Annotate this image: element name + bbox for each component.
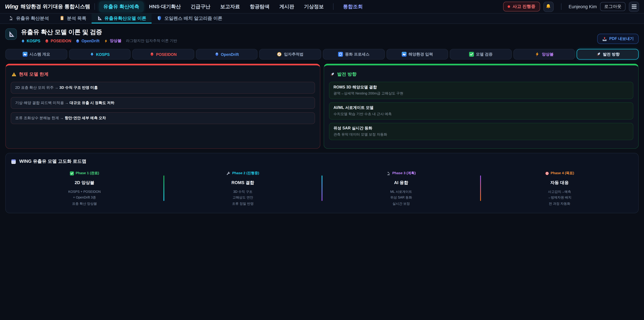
calendar-icon xyxy=(11,158,16,164)
target-icon xyxy=(545,171,549,175)
clipboard-icon xyxy=(60,16,64,21)
warning-icon xyxy=(12,72,16,77)
app-title: 해양환경 위기대응 통합시스템 xyxy=(21,3,90,10)
tab-oil-fence-algorithm[interactable]: 오일펜스 배치 알고리즘 이론 xyxy=(152,14,228,24)
check-icon xyxy=(469,52,474,57)
nav-item-aerial-search[interactable]: 항공탐색 xyxy=(245,1,274,12)
red-circle-icon xyxy=(150,52,154,56)
topbar-right: 사고 진행중 Eunjeong Kim 로그아웃 xyxy=(503,2,639,12)
badge-poseidon: POSEIDON xyxy=(45,39,71,43)
top-bar: Wing 해양환경 위기대응 통합시스템 유출유 확산예측 HNS·대기확산 긴… xyxy=(0,0,644,14)
roadmap-phase-1: Phase 1 (완료) 2D 앙상블 KOSPS + POSEIDON + O… xyxy=(6,170,163,207)
blue-circle-icon xyxy=(76,39,80,43)
microscope-icon xyxy=(8,16,14,21)
wave-icon xyxy=(22,52,27,57)
wrench-icon xyxy=(226,171,230,175)
divider xyxy=(94,3,94,10)
microscope-icon xyxy=(386,171,390,175)
export-icon xyxy=(602,37,607,41)
page-icon-tile xyxy=(5,28,17,40)
roadmap-phase-2: Phase 2 (진행중) ROMS 결합 3D 수직 구조 고해상도 연안 조… xyxy=(164,170,322,207)
hamburger-icon xyxy=(632,4,636,9)
badge-ensemble: 앙상블 xyxy=(104,38,122,44)
header-note: 라그랑지안 입자추적 이론 기반 xyxy=(126,38,177,44)
logout-button[interactable]: 로그아웃 xyxy=(600,2,626,11)
page-head-text: 유출유 확산 모델 이론 및 검증 KOSPS POSEIDON OpenDri… xyxy=(21,28,177,44)
roadmap-phases: Phase 1 (완료) 2D 앙상블 KOSPS + POSEIDON + O… xyxy=(6,170,638,207)
main-content: 유출유 확산 모델 이론 및 검증 KOSPS POSEIDON OpenDri… xyxy=(0,28,644,213)
chip-model-validation[interactable]: 모델 검증 xyxy=(450,49,512,60)
rocket-icon xyxy=(330,72,335,77)
nav-item-weather-info[interactable]: 기상정보 xyxy=(300,1,328,12)
chip-system-overview[interactable]: 시스템 개요 xyxy=(5,49,67,60)
roadmap-panel: WING 유출유 모델 고도화 로드맵 Phase 1 (완료) 2D 앙상블 … xyxy=(5,153,639,213)
phase-3-tag: Phase 3 (계획) xyxy=(386,171,416,176)
blue-circle-icon xyxy=(215,52,219,56)
limitation-item: 기상·해양 결합 피드백 미적용 → 대규모 유출 시 정확도 저하 xyxy=(11,97,315,109)
nav-item-board[interactable]: 게시판 xyxy=(275,1,299,12)
tab-spill-analysis[interactable]: 유출유 확산분석 xyxy=(3,14,54,24)
nav-item-oil-spill-prediction[interactable]: 유출유 확산예측 xyxy=(99,1,144,12)
section-chip-row: 시스템 개요 KOSPS POSEIDON OpenDrift 입자추적법 풍화… xyxy=(5,49,639,60)
main-nav: 유출유 확산예측 HNS·대기확산 긴급구난 보고자료 항공탐색 게시판 기상정… xyxy=(99,1,367,12)
chip-opendrift[interactable]: OpenDrift xyxy=(196,49,258,60)
tab-analysis-list[interactable]: 분석 목록 xyxy=(54,14,92,24)
chip-weathering-process[interactable]: 풍화 프로세스 xyxy=(323,49,385,60)
nav-item-hns-air-dispersion[interactable]: HNS·대기확산 xyxy=(144,1,185,12)
cycle-icon xyxy=(338,52,343,57)
brand: Wing 해양환경 위기대응 통합시스템 xyxy=(5,3,90,10)
page-title: 유출유 확산 모델 이론 및 검증 xyxy=(21,28,177,36)
lightning-icon xyxy=(535,52,540,57)
chip-particle-tracking[interactable]: 입자추적법 xyxy=(259,49,321,60)
diamond-icon xyxy=(90,52,94,56)
divider xyxy=(333,3,334,10)
phase-4-tag: Phase 4 (목표) xyxy=(545,171,574,176)
future-item: 위성 SAR 실시간 동화 관측 유막 데이터 모델 보정 자동화 xyxy=(329,123,634,140)
nav-item-reports[interactable]: 보고자료 xyxy=(216,1,244,12)
roadmap-phase-4: Phase 4 (목표) 자동 대응 사고감지→예측 →방제자원 배치 전 과정… xyxy=(481,170,638,207)
notifications-button[interactable] xyxy=(543,2,554,12)
app-root: Wing 해양환경 위기대응 통합시스템 유출유 확산예측 HNS·대기확산 긴… xyxy=(0,0,644,320)
current-limitations-panel: 현재 모델 한계 2D 표층 확산 모의 위주 → 3D 수직 구조 반영 미흡… xyxy=(5,64,320,149)
chip-poseidon[interactable]: POSEIDON xyxy=(132,49,194,60)
nav-item-integrated-search[interactable]: 통합조회 xyxy=(338,1,367,12)
model-badge-row: KOSPS POSEIDON OpenDrift 앙상블 라그랑지안 입자추 xyxy=(21,38,177,44)
red-dot-icon xyxy=(508,5,510,8)
badge-kosps: KOSPS xyxy=(21,39,40,43)
wing-logo: Wing xyxy=(5,3,18,10)
tab-model-theory[interactable]: 유출유확산모델 이론 xyxy=(92,14,152,24)
triangle-ruler-icon xyxy=(8,31,14,38)
chip-future-direction[interactable]: 발전 방향 xyxy=(577,49,639,60)
roadmap-phase-3: Phase 3 (계획) AI 융합 ML 서로게이트 위성 SAR 동화 실시… xyxy=(322,170,480,207)
lightning-icon xyxy=(104,39,108,43)
future-title: 발전 방향 xyxy=(330,71,634,77)
triangle-ruler-icon xyxy=(97,16,102,21)
check-icon xyxy=(70,171,74,175)
page-header: 유출유 확산 모델 이론 및 검증 KOSPS POSEIDON OpenDri… xyxy=(5,28,639,44)
user-name: Eunjeong Kim xyxy=(569,4,597,9)
pdf-export-button[interactable]: PDF 내보내기 xyxy=(598,34,639,44)
diamond-icon xyxy=(21,39,25,43)
badge-opendrift: OpenDrift xyxy=(76,39,100,43)
incident-status-badge[interactable]: 사고 진행중 xyxy=(503,2,540,12)
divider xyxy=(561,3,561,10)
menu-button[interactable] xyxy=(629,2,639,12)
bell-icon xyxy=(546,4,551,10)
limitation-item: 2D 표층 확산 모의 위주 → 3D 수직 구조 반영 미흡 xyxy=(11,82,315,94)
compass-icon xyxy=(277,52,282,57)
red-circle-icon xyxy=(45,39,49,43)
chip-ocean-env-input[interactable]: 해양환경 입력 xyxy=(386,49,448,60)
phase-1-tag: Phase 1 (완료) xyxy=(70,171,99,176)
chip-ensemble[interactable]: 앙상블 xyxy=(513,49,575,60)
chip-kosps[interactable]: KOSPS xyxy=(69,49,131,60)
phase-2-tag: Phase 2 (진행중) xyxy=(226,171,259,176)
panel-row: 현재 모델 한계 2D 표층 확산 모의 위주 → 3D 수직 구조 반영 미흡… xyxy=(5,64,639,149)
wave-icon xyxy=(402,52,406,57)
limitations-title: 현재 모델 한계 xyxy=(12,71,315,77)
future-item: AI/ML 서로게이트 모델 수치모델 학습 기반 수초 내 근사 예측 xyxy=(329,102,634,120)
limitation-item: 조류 조화상수 분해능 한계 → 항만·연안 세부 예측 오차 xyxy=(11,112,315,124)
future-item: ROMS 3D 해양모델 결합 광역→상세역 Nesting 200m급 고해상… xyxy=(329,82,634,99)
sub-tab-bar: 유출유 확산분석 분석 목록 유출유확산모델 이론 오일펜스 배치 알고리즘 이… xyxy=(0,14,644,24)
shield-icon xyxy=(157,16,162,21)
nav-item-emergency-rescue[interactable]: 긴급구난 xyxy=(186,1,215,12)
